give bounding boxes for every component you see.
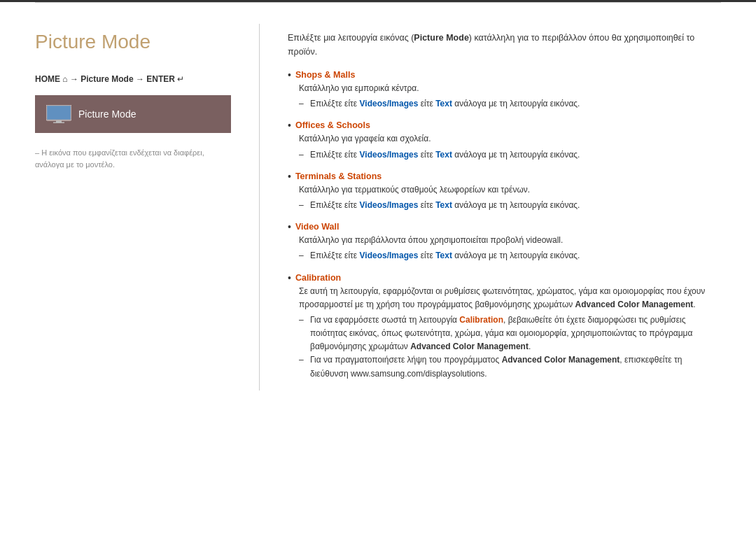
section-list: • Shops & Malls Κατάλληλο για εμπορικά κ… bbox=[288, 70, 721, 381]
picture-mode-box-label: Picture Mode bbox=[78, 108, 136, 120]
intro-text: Επιλέξτε μια λειτουργία εικόνας (Picture… bbox=[288, 31, 721, 59]
picture-mode-box: Picture Mode bbox=[35, 95, 231, 133]
right-panel: Επιλέξτε μια λειτουργία εικόνας (Picture… bbox=[288, 24, 721, 391]
sub-item-calibration-2: Για να πραγματοποιήσετε λήψη του προγράμ… bbox=[299, 353, 721, 380]
section-body-calibration: Σε αυτή τη λειτουργία, εφαρμόζονται οι ρ… bbox=[288, 285, 721, 381]
calibration-link: Calibration bbox=[459, 315, 503, 325]
page-title: Picture Mode bbox=[35, 31, 231, 53]
section-desc-videowall: Κατάλληλο για περιβάλλοντα όπου χρησιμοπ… bbox=[299, 234, 721, 247]
section-body-shops: Κατάλληλο για εμπορικά κέντρα. Επιλέξτε … bbox=[288, 82, 721, 111]
videos-images-link: Videos/Images bbox=[360, 99, 419, 108]
svg-rect-0 bbox=[47, 106, 71, 120]
acm-bold-2: Advanced Color Management bbox=[410, 342, 528, 351]
sub-item-terminals-1: Επιλέξτε είτε Videos/Images είτε Text αν… bbox=[299, 199, 721, 212]
home-icon: ⌂ bbox=[62, 74, 70, 84]
bullet-icon: • bbox=[288, 171, 291, 182]
left-panel: Picture Mode HOME ⌂ → Picture Mode → ENT… bbox=[35, 24, 231, 391]
section-offices-schools: • Offices & Schools Κατάλληλο για γραφεί… bbox=[288, 120, 721, 161]
section-video-wall: • Video Wall Κατάλληλο για περιβάλλοντα … bbox=[288, 222, 721, 262]
videos-images-link3: Videos/Images bbox=[360, 200, 419, 210]
section-calibration: • Calibration Σε αυτή τη λειτουργία, εφα… bbox=[288, 273, 721, 381]
section-desc-offices: Κατάλληλο για γραφεία και σχολεία. bbox=[299, 132, 721, 146]
svg-rect-3 bbox=[53, 122, 64, 124]
monitor-icon bbox=[46, 105, 71, 123]
text-link: Text bbox=[435, 99, 452, 108]
text-link2: Text bbox=[435, 150, 452, 160]
sub-item-shops-1: Επιλέξτε είτε Videos/Images είτε Text αν… bbox=[299, 97, 721, 111]
sub-item-offices-1: Επιλέξτε είτε Videos/Images είτε Text αν… bbox=[299, 148, 721, 162]
section-title-shops: Shops & Malls bbox=[295, 70, 355, 80]
sub-list-offices: Επιλέξτε είτε Videos/Images είτε Text αν… bbox=[299, 148, 721, 162]
section-shops-malls: • Shops & Malls Κατάλληλο για εμπορικά κ… bbox=[288, 70, 721, 111]
divider-vertical bbox=[259, 24, 260, 391]
bullet-icon: • bbox=[288, 69, 291, 80]
acm-bold-3: Advanced Color Management bbox=[502, 355, 620, 365]
page-container: Picture Mode HOME ⌂ → Picture Mode → ENT… bbox=[0, 3, 756, 412]
sub-list-videowall: Επιλέξτε είτε Videos/Images είτε Text αν… bbox=[299, 249, 721, 262]
enter-icon: ↵ bbox=[177, 74, 184, 84]
videos-images-link4: Videos/Images bbox=[360, 251, 419, 260]
intro-bold: Picture Mode bbox=[414, 33, 469, 43]
section-body-videowall: Κατάλληλο για περιβάλλοντα όπου χρησιμοπ… bbox=[288, 234, 721, 262]
videos-images-link2: Videos/Images bbox=[360, 150, 419, 160]
section-title-videowall: Video Wall bbox=[295, 222, 340, 232]
sub-item-videowall-1: Επιλέξτε είτε Videos/Images είτε Text αν… bbox=[299, 249, 721, 262]
section-body-terminals: Κατάλληλο για τερματικούς σταθμούς λεωφο… bbox=[288, 183, 721, 212]
section-desc-shops: Κατάλληλο για εμπορικά κέντρα. bbox=[299, 82, 721, 95]
section-title-calibration: Calibration bbox=[295, 273, 341, 283]
sub-list-shops: Επιλέξτε είτε Videos/Images είτε Text αν… bbox=[299, 97, 721, 111]
bullet-icon: • bbox=[288, 221, 291, 232]
bullet-icon: • bbox=[288, 272, 291, 283]
section-desc-terminals: Κατάλληλο για τερματικούς σταθμούς λεωφο… bbox=[299, 183, 721, 197]
arrow2: → bbox=[136, 74, 144, 84]
enter-label: ENTER bbox=[146, 74, 175, 84]
mode-label: Picture Mode bbox=[80, 74, 133, 84]
sub-item-calibration-1: Για να εφαρμόσετε σωστά τη λειτουργία Ca… bbox=[299, 314, 721, 354]
text-link3: Text bbox=[435, 200, 452, 210]
arrow1: → bbox=[70, 74, 78, 84]
home-label: HOME bbox=[35, 74, 60, 84]
note-text: – Η εικόνα που εμφανίζεται ενδέχεται να … bbox=[35, 147, 231, 170]
acm-bold-1: Advanced Color Management bbox=[575, 300, 694, 309]
nav-instruction: HOME ⌂ → Picture Mode → ENTER ↵ bbox=[35, 74, 231, 84]
section-desc-calibration: Σε αυτή τη λειτουργία, εφαρμόζονται οι ρ… bbox=[299, 285, 721, 311]
section-title-terminals: Terminals & Stations bbox=[295, 171, 382, 181]
sub-list-terminals: Επιλέξτε είτε Videos/Images είτε Text αν… bbox=[299, 199, 721, 212]
section-title-offices: Offices & Schools bbox=[295, 120, 370, 130]
section-terminals: • Terminals & Stations Κατάλληλο για τερ… bbox=[288, 171, 721, 212]
bullet-icon: • bbox=[288, 120, 291, 131]
sub-list-calibration: Για να εφαρμόσετε σωστά τη λειτουργία Ca… bbox=[299, 314, 721, 381]
section-body-offices: Κατάλληλο για γραφεία και σχολεία. Επιλέ… bbox=[288, 132, 721, 161]
text-link4: Text bbox=[435, 251, 452, 260]
